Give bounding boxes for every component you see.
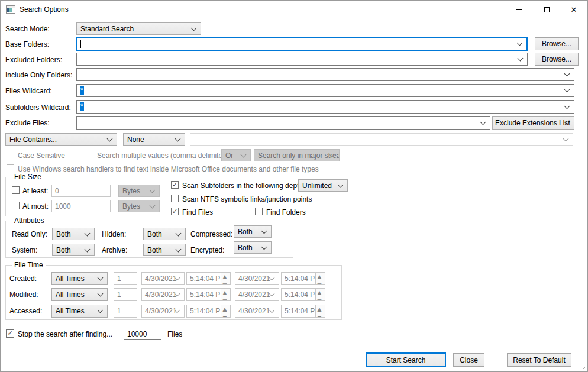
operator-select: Or [221,149,251,161]
file-time-group-label: File Time [12,261,46,269]
accessed-mode-value: All Times [56,307,85,315]
at-most-label[interactable]: At most: [22,202,49,211]
at-least-label[interactable]: At least: [22,187,48,195]
modified-count-input: 1 [114,288,137,301]
hidden-select[interactable]: Both [143,228,186,240]
chevron-down-icon [85,246,91,252]
base-folders-label: Base Folders: [5,40,49,48]
created-date-to: 4/30/2021 [235,272,279,285]
office-handlers-label: Use Windows search handlers to find text… [18,165,319,173]
find-files-checkbox[interactable]: ✓ [171,208,179,215]
modified-date-from: 4/30/2021 [141,288,185,301]
maximize-button[interactable] [533,1,560,18]
stop-search-label[interactable]: Stop the search after finding... [18,330,112,338]
accessed-time-to: 5:14:04 P ▲▼ [281,305,325,318]
checkmark-icon: ✓ [172,182,177,188]
archive-label: Archive: [102,246,127,254]
spin-down-icon: ▼ [316,297,325,301]
hidden-value: Both [147,230,162,238]
scan-depth-select[interactable]: Unlimited [298,179,348,192]
created-time-from-value: 5:14:04 P [190,274,220,283]
exclude-extensions-list-dropdown[interactable]: Exclude Extensions List [492,116,574,130]
modified-mode-select[interactable]: All Times [51,288,108,301]
resize-grip[interactable] [579,363,586,370]
app-icon [6,5,15,14]
chevron-down-icon [98,291,104,297]
scan-subfolders-checkbox[interactable]: ✓ [171,181,179,189]
archive-select[interactable]: Both [143,244,186,256]
chevron-down-icon [564,87,570,93]
reset-to-default-button[interactable]: Reset To Default [507,353,571,367]
include-only-folders-label: Include Only Folders: [5,71,72,79]
title-bar[interactable]: Search Options ✕ [1,1,587,18]
chevron-down-icon [563,136,569,142]
search-mode-label: Search Mode: [5,25,50,33]
find-folders-label[interactable]: Find Folders [266,208,306,216]
spin-down-icon: ▼ [221,297,230,301]
exclude-files-label: Exclude Files: [5,119,50,127]
modified-mode-value: All Times [56,290,85,299]
ntfs-links-label[interactable]: Scan NTFS symbolic links/junction points [182,195,312,203]
excluded-folders-combobox[interactable] [76,53,528,66]
scan-subfolders-label[interactable]: Scan Subfolders in the following depth: [182,182,305,190]
read-only-select[interactable]: Both [52,228,95,240]
base-folders-browse-button[interactable]: Browse... [535,37,579,50]
files-wildcard-combobox[interactable]: * [76,84,574,97]
ntfs-links-checkbox[interactable] [171,195,179,202]
chevron-down-icon [241,151,247,157]
spin-up-icon: ▲ [316,305,325,313]
find-folders-checkbox[interactable] [255,208,263,215]
subfolders-wildcard-combobox[interactable]: * [76,100,574,114]
chevron-down-icon [107,136,113,142]
checkmark-icon: ✓ [172,208,177,215]
excluded-folders-browse-button[interactable]: Browse... [535,53,579,66]
start-search-button[interactable]: Start Search [366,352,446,367]
system-select[interactable]: Both [52,244,95,256]
search-mode-select[interactable]: Standard Search [76,22,201,35]
chevron-down-icon [517,40,523,46]
created-mode-select[interactable]: All Times [51,272,108,285]
minimize-button[interactable] [506,1,533,18]
file-contains-type-select[interactable]: None [123,133,185,146]
accessed-mode-select[interactable]: All Times [51,305,108,318]
chevron-down-icon [150,187,156,193]
at-least-checkbox[interactable] [12,186,20,194]
file-contains-mode-select[interactable]: File Contains... [5,133,117,146]
checkmark-icon: ✓ [7,330,12,337]
stop-search-count-input[interactable]: 10000 [124,328,161,340]
spin-down-icon: ▼ [316,313,325,318]
close-button[interactable]: ✕ [560,1,587,18]
time-spinner: ▲▼ [221,289,230,300]
streams-value: Search only in major strea [258,151,340,160]
hidden-label: Hidden: [102,230,126,238]
exclude-files-combobox[interactable] [76,116,490,130]
multiple-values-checkbox [86,151,93,158]
created-time-to-value: 5:14:04 P [285,274,315,283]
encrypted-select[interactable]: Both [234,241,272,254]
modified-label: Modified: [9,290,38,299]
subfolders-wildcard-label: Subfolders Wildcard: [5,103,71,112]
at-most-checkbox[interactable] [12,202,20,209]
chevron-down-icon [176,230,182,236]
include-only-folders-combobox[interactable] [76,68,574,81]
modified-date-from-value: 4/30/2021 [145,290,176,299]
compressed-select[interactable]: Both [234,225,272,238]
close-dialog-button[interactable]: Close [453,353,484,367]
chevron-down-icon [261,228,267,234]
search-mode-value: Standard Search [80,25,134,33]
accessed-time-from: 5:14:04 P ▲▼ [186,305,231,318]
accessed-date-to: 4/30/2021 [235,305,279,318]
stop-search-checkbox[interactable]: ✓ [6,329,14,338]
find-files-label[interactable]: Find Files [182,208,213,216]
chevron-down-icon [98,308,104,313]
accessed-date-from-value: 4/30/2021 [145,307,176,315]
close-icon: ✕ [571,6,577,14]
scan-depth-value: Unlimited [302,182,332,190]
excluded-folders-label: Excluded Folders: [5,56,62,64]
accessed-date-to-value: 4/30/2021 [238,307,270,315]
created-count-input: 1 [114,272,137,285]
subfolders-wildcard-value: * [80,102,84,111]
file-size-group-label: File Size [12,173,44,181]
exclude-extensions-list-label: Exclude Extensions List [495,119,570,127]
base-folders-combobox[interactable] [76,37,528,51]
